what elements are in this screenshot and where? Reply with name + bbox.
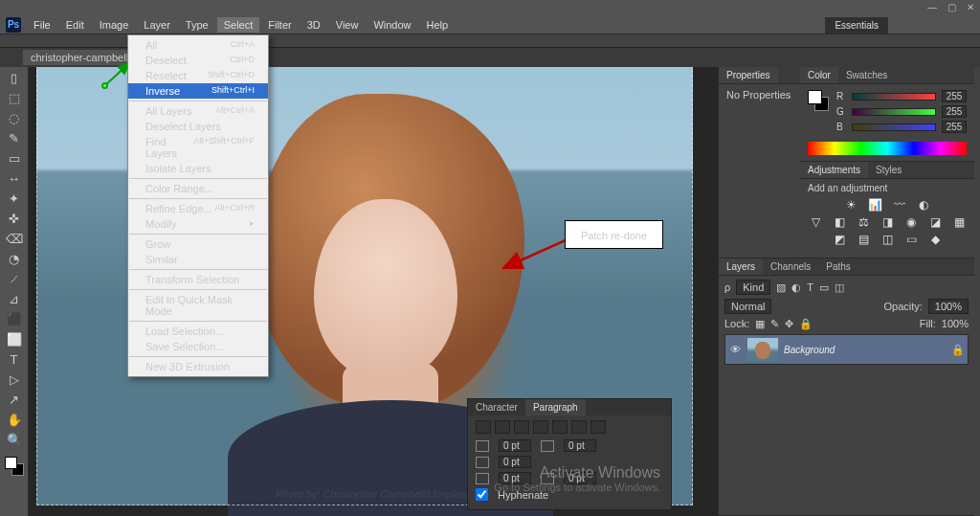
hyphenate-checkbox[interactable] (476, 488, 488, 501)
opacity-value[interactable]: 100% (928, 299, 969, 314)
tab-adjustments[interactable]: Adjustments (800, 162, 868, 178)
tool-icon[interactable]: ◔ (4, 250, 25, 267)
menu-layer[interactable]: Layer (137, 17, 177, 33)
lock-all-icon[interactable]: 🔒 (799, 318, 813, 330)
brightness-icon[interactable]: ☀ (844, 198, 859, 212)
menu-3d[interactable]: 3D (301, 17, 327, 33)
layer-thumbnail[interactable] (747, 338, 778, 361)
menu-file[interactable]: File (27, 17, 57, 33)
paragraph-panel[interactable]: Character Paragraph 0 pt 0 pt (467, 398, 672, 510)
menu-item-edit-in-quick-mask-mode[interactable]: Edit in Quick Mask Mode (128, 292, 268, 319)
b-value[interactable]: 255 (942, 121, 967, 133)
menu-help[interactable]: Help (420, 17, 456, 33)
menu-window[interactable]: Window (367, 17, 417, 33)
justify-all-icon[interactable] (590, 420, 606, 434)
filter-kind-dropdown[interactable]: Kind (736, 280, 770, 295)
layer-row[interactable]: 👁 Background 🔒 (724, 334, 969, 365)
menu-item-save-selection[interactable]: Save Selection... (128, 339, 268, 354)
curves-icon[interactable]: 〰 (892, 198, 907, 212)
align-right-icon[interactable] (514, 420, 529, 434)
filter-adjust-icon[interactable]: ◐ (791, 281, 801, 294)
menu-item-inverse[interactable]: InverseShift+Ctrl+I (128, 83, 268, 99)
tool-icon[interactable]: ▷ (4, 370, 25, 388)
menu-item-color-range[interactable]: Color Range... (128, 181, 268, 196)
vibrance-icon[interactable]: ▽ (808, 215, 823, 229)
menu-filter[interactable]: Filter (261, 17, 298, 33)
maximize-icon[interactable]: ▢ (946, 2, 957, 13)
align-left-icon[interactable] (476, 420, 491, 434)
filter-shape-icon[interactable]: ▭ (819, 281, 829, 294)
tool-icon[interactable]: ◌ (4, 109, 25, 126)
menu-item-modify[interactable]: Modify▸ (128, 216, 268, 232)
foreground-background-swatch[interactable] (5, 457, 24, 476)
tab-color[interactable]: Color (800, 67, 838, 83)
tool-icon[interactable]: ↔ (4, 169, 25, 187)
indent-left-value[interactable]: 0 pt (499, 439, 531, 452)
menu-item-new-3d-extrusion[interactable]: New 3D Extrusion (128, 359, 268, 374)
indent-right-value[interactable]: 0 pt (564, 439, 596, 452)
tab-paths[interactable]: Paths (818, 258, 858, 275)
layers-panel[interactable]: Layers Channels Paths ρ Kind ▧ ◐ T ▭ ◫ N… (719, 258, 974, 516)
tool-icon[interactable]: ⟋ (4, 270, 25, 287)
tab-styles[interactable]: Styles (868, 162, 909, 178)
tool-icon[interactable]: ▯ (4, 69, 25, 86)
tool-icon[interactable]: ⬜ (4, 330, 25, 348)
colorlookup-icon[interactable]: ▦ (951, 215, 967, 229)
spectrum-ramp[interactable] (808, 142, 967, 155)
tool-icon[interactable]: 🔍 (4, 431, 25, 448)
workspace-switcher[interactable]: Essentials (825, 15, 888, 34)
menu-view[interactable]: View (329, 17, 366, 33)
tool-icon[interactable]: ✦ (4, 190, 25, 207)
tool-icon[interactable]: ⊿ (4, 290, 25, 307)
tab-properties[interactable]: Properties (719, 67, 778, 83)
tab-channels[interactable]: Channels (763, 258, 818, 275)
filter-type-icon[interactable]: T (807, 281, 813, 293)
hue-icon[interactable]: ◧ (832, 215, 847, 229)
properties-panel[interactable]: Properties No Properties (719, 67, 800, 258)
g-slider[interactable] (852, 108, 936, 116)
tool-icon[interactable]: T (4, 350, 25, 368)
close-icon[interactable]: ✕ (965, 2, 976, 13)
tab-layers[interactable]: Layers (719, 258, 763, 275)
tool-icon[interactable]: ⌫ (4, 230, 25, 247)
menu-item-all[interactable]: AllCtrl+A (128, 37, 268, 53)
r-slider[interactable] (852, 93, 936, 101)
photofilter-icon[interactable]: ◉ (903, 215, 919, 229)
lock-position-icon[interactable]: ✥ (785, 318, 793, 330)
foreground-color-swatch[interactable] (808, 90, 822, 104)
menu-item-grow[interactable]: Grow (128, 236, 268, 252)
tab-swatches[interactable]: Swatches (838, 67, 895, 83)
justify-center-icon[interactable] (552, 420, 568, 434)
visibility-icon[interactable]: 👁 (728, 344, 742, 355)
menu-item-similar[interactable]: Similar (128, 252, 268, 267)
tool-icon[interactable]: ⬛ (4, 310, 25, 327)
gradientmap-icon[interactable]: ▭ (903, 233, 919, 246)
blend-mode-dropdown[interactable]: Normal (724, 299, 771, 314)
color-panel[interactable]: Color Swatches R255 G255 B255 (800, 67, 974, 162)
collapsed-dock[interactable] (974, 67, 980, 516)
levels-icon[interactable]: 📊 (868, 198, 883, 212)
invert-icon[interactable]: ◩ (832, 233, 847, 246)
selectivecolor-icon[interactable]: ◆ (927, 233, 943, 246)
lock-icon[interactable]: 🔒 (951, 344, 965, 356)
colorbalance-icon[interactable]: ⚖ (856, 215, 871, 229)
adjustments-panel[interactable]: Adjustments Styles Add an adjustment ☀📊〰… (800, 162, 974, 258)
menu-item-refine-edge[interactable]: Refine Edge...Alt+Ctrl+R (128, 201, 268, 216)
tool-icon[interactable]: ▭ (4, 149, 25, 167)
minimize-icon[interactable]: — (926, 2, 938, 13)
filter-smart-icon[interactable]: ◫ (835, 281, 844, 294)
b-slider[interactable] (852, 123, 936, 131)
bw-icon[interactable]: ◨ (880, 215, 895, 229)
tool-icon[interactable]: ✜ (4, 210, 25, 227)
tab-paragraph[interactable]: Paragraph (525, 399, 586, 415)
r-value[interactable]: 255 (942, 90, 967, 102)
color-swatches[interactable] (808, 90, 829, 111)
menu-image[interactable]: Image (93, 17, 136, 33)
menu-item-transform-selection[interactable]: Transform Selection (128, 272, 268, 287)
posterize-icon[interactable]: ▤ (856, 233, 871, 246)
fill-value[interactable]: 100% (942, 318, 969, 330)
lock-transparent-icon[interactable]: ▦ (755, 318, 765, 330)
menu-select[interactable]: Select (217, 17, 260, 33)
lock-image-icon[interactable]: ✎ (770, 318, 779, 330)
filter-pixel-icon[interactable]: ▧ (776, 281, 786, 294)
